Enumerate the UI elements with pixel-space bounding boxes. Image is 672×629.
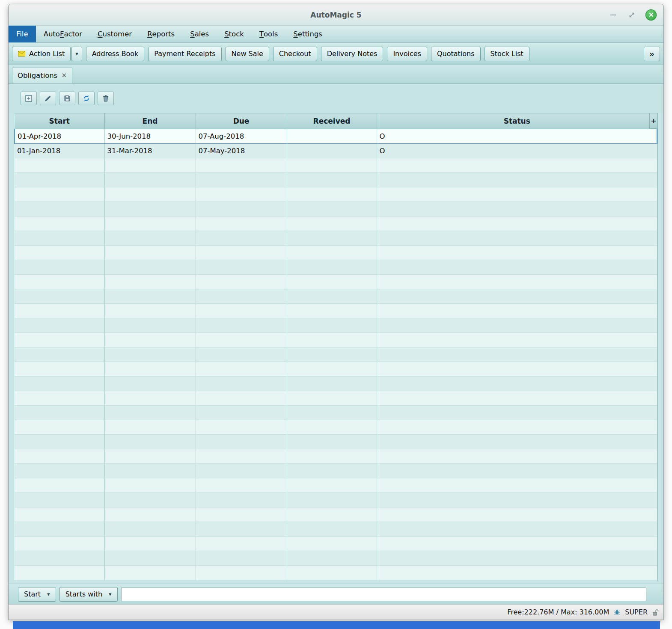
table-cell[interactable] bbox=[377, 260, 657, 274]
table-cell[interactable] bbox=[377, 478, 657, 493]
table-cell[interactable] bbox=[196, 289, 287, 303]
table-cell[interactable] bbox=[377, 493, 657, 507]
table-cell[interactable] bbox=[196, 260, 287, 274]
table-row[interactable] bbox=[15, 202, 657, 216]
table-cell[interactable] bbox=[15, 187, 104, 202]
table-cell[interactable] bbox=[377, 580, 657, 581]
table-row[interactable] bbox=[15, 274, 657, 289]
table-row[interactable] bbox=[15, 551, 657, 565]
table-cell[interactable] bbox=[377, 202, 657, 216]
table-cell[interactable] bbox=[287, 260, 377, 274]
table-cell[interactable] bbox=[15, 493, 104, 507]
table-cell[interactable] bbox=[104, 580, 196, 581]
table-cell[interactable] bbox=[287, 478, 377, 493]
restore-button[interactable] bbox=[627, 10, 637, 20]
table-cell[interactable] bbox=[196, 158, 287, 172]
table-cell[interactable] bbox=[196, 231, 287, 245]
table-cell[interactable] bbox=[377, 536, 657, 551]
table-cell[interactable] bbox=[196, 216, 287, 231]
table-cell[interactable] bbox=[104, 551, 196, 565]
table-cell[interactable] bbox=[104, 289, 196, 303]
table-cell[interactable] bbox=[15, 158, 104, 172]
table-row[interactable] bbox=[15, 260, 657, 274]
table-cell[interactable] bbox=[287, 158, 377, 172]
table-cell[interactable] bbox=[377, 565, 657, 580]
table-cell[interactable] bbox=[15, 216, 104, 231]
table-cell[interactable] bbox=[15, 434, 104, 449]
table-cell[interactable] bbox=[287, 463, 377, 478]
tab-close-icon[interactable]: × bbox=[61, 72, 67, 79]
table-cell[interactable] bbox=[377, 216, 657, 231]
table-cell[interactable] bbox=[15, 274, 104, 289]
table-cell[interactable] bbox=[196, 202, 287, 216]
table-cell[interactable] bbox=[196, 565, 287, 580]
table-cell[interactable] bbox=[287, 245, 377, 260]
toolbar-button-stock-list[interactable]: Stock List bbox=[485, 47, 529, 61]
table-cell[interactable]: 01-Apr-2018 bbox=[15, 129, 104, 143]
table-cell[interactable] bbox=[287, 289, 377, 303]
save-record-button[interactable] bbox=[59, 92, 75, 105]
menu-file[interactable]: File bbox=[9, 26, 36, 42]
table-cell[interactable] bbox=[377, 507, 657, 522]
table-cell[interactable] bbox=[196, 420, 287, 434]
table-cell[interactable] bbox=[15, 332, 104, 347]
close-button[interactable] bbox=[645, 9, 657, 21]
table-cell[interactable] bbox=[196, 187, 287, 202]
table-row[interactable] bbox=[15, 216, 657, 231]
toolbar-button-invoices[interactable]: Invoices bbox=[387, 47, 427, 61]
table-cell[interactable] bbox=[287, 536, 377, 551]
table-cell[interactable] bbox=[196, 434, 287, 449]
table-cell[interactable] bbox=[196, 332, 287, 347]
table-cell[interactable] bbox=[196, 551, 287, 565]
table-cell[interactable] bbox=[196, 522, 287, 536]
table-cell[interactable] bbox=[287, 202, 377, 216]
table-cell[interactable] bbox=[104, 463, 196, 478]
table-cell[interactable] bbox=[104, 507, 196, 522]
menu-stock[interactable]: Stock bbox=[217, 26, 252, 42]
table-cell[interactable]: O bbox=[377, 143, 657, 158]
table-cell[interactable] bbox=[15, 478, 104, 493]
toolbar-button-new-sale[interactable]: New Sale bbox=[226, 47, 269, 61]
table-row[interactable]: 01-Jan-201831-Mar-201807-May-2018O bbox=[15, 143, 657, 158]
table-cell[interactable] bbox=[196, 536, 287, 551]
tab-obligations[interactable]: Obligations × bbox=[12, 68, 72, 83]
table-cell[interactable] bbox=[287, 376, 377, 391]
table-cell[interactable] bbox=[104, 434, 196, 449]
table-cell[interactable] bbox=[104, 449, 196, 463]
menu-reports[interactable]: Reports bbox=[140, 26, 182, 42]
table-cell[interactable] bbox=[287, 347, 377, 362]
table-cell[interactable] bbox=[377, 551, 657, 565]
minimize-button[interactable] bbox=[608, 10, 618, 20]
table-cell[interactable] bbox=[15, 565, 104, 580]
table-cell[interactable] bbox=[377, 172, 657, 187]
table-cell[interactable] bbox=[15, 260, 104, 274]
table-cell[interactable] bbox=[104, 318, 196, 332]
table-cell[interactable] bbox=[377, 391, 657, 405]
table-row[interactable] bbox=[15, 318, 657, 332]
table-cell[interactable] bbox=[15, 391, 104, 405]
table-cell[interactable] bbox=[287, 231, 377, 245]
table-cell[interactable] bbox=[196, 172, 287, 187]
table-cell[interactable]: 07-May-2018 bbox=[196, 143, 287, 158]
table-cell[interactable] bbox=[377, 289, 657, 303]
table-cell[interactable] bbox=[15, 245, 104, 260]
column-header-start[interactable]: Start bbox=[15, 113, 104, 129]
delete-record-button[interactable] bbox=[98, 92, 114, 105]
table-row[interactable] bbox=[15, 565, 657, 580]
table-cell[interactable] bbox=[15, 289, 104, 303]
table-cell[interactable] bbox=[287, 187, 377, 202]
table-cell[interactable] bbox=[104, 231, 196, 245]
table-row[interactable] bbox=[15, 420, 657, 434]
table-cell[interactable] bbox=[196, 463, 287, 478]
table-cell[interactable] bbox=[377, 463, 657, 478]
table-cell[interactable] bbox=[287, 507, 377, 522]
table-cell[interactable] bbox=[104, 420, 196, 434]
table-row[interactable] bbox=[15, 449, 657, 463]
table-row[interactable] bbox=[15, 231, 657, 245]
table-cell[interactable] bbox=[15, 347, 104, 362]
menu-auto-factor[interactable]: Auto Factor bbox=[36, 26, 90, 42]
menu-settings[interactable]: Settings bbox=[285, 26, 330, 42]
table-cell[interactable] bbox=[287, 362, 377, 376]
table-cell[interactable] bbox=[287, 391, 377, 405]
table-cell[interactable] bbox=[377, 347, 657, 362]
